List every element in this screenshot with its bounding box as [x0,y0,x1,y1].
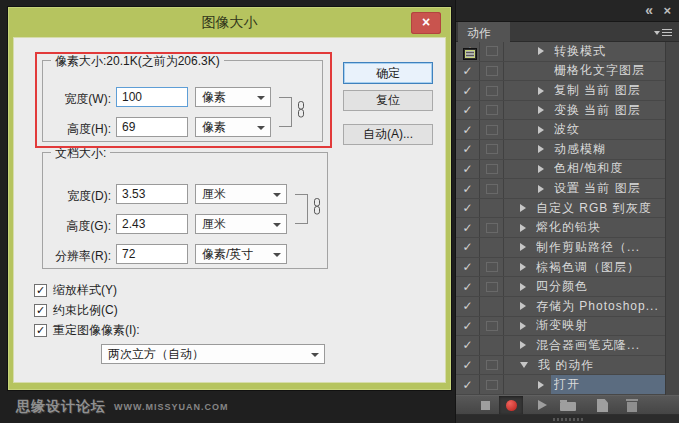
action-name-cell[interactable]: 波纹 [504,120,679,139]
new-set-folder-icon[interactable] [560,402,576,411]
stop-icon[interactable] [481,401,490,410]
doc-height-input[interactable] [116,214,188,234]
dialog-titlebar[interactable]: 图像大小 [8,7,451,37]
action-name-cell[interactable]: 栅格化文字图层 [504,62,679,81]
item-toggle-cell[interactable]: ✓ [456,179,480,198]
dialog-toggle-cell[interactable] [480,258,504,277]
item-toggle-cell[interactable]: ✓ [456,218,480,237]
item-toggle-cell[interactable]: ✓ [456,120,480,139]
dialog-toggle-cell[interactable] [480,160,504,179]
new-action-icon[interactable] [597,399,608,412]
dialog-toggle-cell[interactable] [480,101,504,120]
action-name-cell[interactable]: 色相/饱和度 [504,160,679,179]
item-toggle-cell[interactable]: ✓ [456,140,480,159]
pixel-height-unit-select[interactable]: 像素 [195,117,271,137]
pixel-width-unit-select[interactable]: 像素 [195,87,271,107]
action-row[interactable]: ✓ 混合器画笔克隆... [456,336,679,356]
dialog-toggle-cell[interactable] [480,356,504,375]
dialog-toggle-cell[interactable] [480,140,504,159]
action-name-cell[interactable]: 渐变映射 [504,317,679,336]
record-button-active[interactable] [499,396,523,414]
action-row[interactable]: ✓ 四分颜色 [456,277,679,297]
action-name-cell[interactable]: 自定义 RGB 到灰度 [504,199,679,218]
delete-trash-icon[interactable] [627,402,637,412]
tab-actions[interactable]: 动作 [458,22,510,42]
action-name-cell[interactable]: 我 的动作 [504,356,679,375]
item-toggle-cell[interactable]: ✓ [456,277,480,296]
action-row[interactable]: ✓ 熔化的铅块 [456,218,679,238]
item-toggle-cell[interactable]: ✓ [456,160,480,179]
checkbox-checked-icon[interactable]: ✓ [34,284,47,297]
dialog-toggle-cell[interactable] [480,218,504,237]
dialog-toggle-cell[interactable] [480,179,504,198]
dialog-toggle-cell[interactable] [480,199,504,218]
reset-button[interactable]: 复位 [343,90,433,111]
action-name-cell[interactable]: 棕褐色调（图层） [504,258,679,277]
item-toggle-cell[interactable]: ✓ [456,238,480,257]
dialog-toggle-cell[interactable] [480,238,504,257]
resolution-unit-select[interactable]: 像素/英寸 [195,244,287,264]
action-name-cell[interactable]: 动感模糊 [504,140,679,159]
action-name-cell[interactable]: 转换模式 [504,42,679,61]
action-row[interactable]: ✓ 转换模式 [456,42,679,62]
action-row[interactable]: ✓ 存储为 Photoshop... [456,297,679,317]
action-row[interactable]: ✓ 渐变映射 [456,317,679,337]
item-toggle-cell[interactable]: ✓ [456,62,480,81]
checkbox-checked-icon[interactable]: ✓ [34,324,47,337]
action-row[interactable]: ✓ 栅格化文字图层 [456,62,679,82]
play-icon[interactable] [538,400,547,410]
dialog-toggle-cell[interactable] [480,277,504,296]
action-name-cell[interactable]: 混合器画笔克隆... [504,336,679,355]
doc-height-unit-select[interactable]: 厘米 [195,214,287,234]
checkbox-checked-icon[interactable]: ✓ [34,304,47,317]
item-toggle-cell[interactable]: ✓ [456,81,480,100]
item-toggle-cell[interactable]: ✓ [456,336,480,355]
action-name-cell[interactable]: 变换 当前 图层 [504,101,679,120]
collapse-panel-icon[interactable]: « [645,2,653,18]
panel-scrollbar[interactable] [665,42,679,395]
dialog-toggle-cell[interactable] [480,62,504,81]
action-name-cell[interactable]: 打开 [504,375,679,394]
doc-width-unit-select[interactable]: 厘米 [195,184,287,204]
dialog-toggle-cell[interactable] [480,297,504,316]
action-row[interactable]: ✓ 设置 当前 图层 [456,179,679,199]
action-name-cell[interactable]: 设置 当前 图层 [504,179,679,198]
action-row[interactable]: ✓ 打开 [456,375,679,395]
auto-button[interactable]: 自动(A)... [343,124,433,145]
dialog-toggle-cell[interactable] [480,375,504,394]
item-toggle-cell[interactable]: ✓ [456,317,480,336]
item-toggle-cell[interactable]: ✓ [456,258,480,277]
dialog-toggle-cell[interactable] [480,120,504,139]
action-row[interactable]: ✓ 我 的动作 [456,356,679,376]
item-toggle-cell[interactable]: ✓ [456,356,480,375]
resample-method-select[interactable]: 两次立方（自动） [101,344,325,364]
dialog-toggle-cell[interactable] [480,336,504,355]
action-name-cell[interactable]: 复制 当前 图层 [504,81,679,100]
action-row[interactable]: ✓ 色相/饱和度 [456,160,679,180]
action-row[interactable]: ✓ 动感模糊 [456,140,679,160]
action-name-cell[interactable]: 制作剪贴路径（... [504,238,679,257]
doc-width-input[interactable] [116,184,188,204]
action-row[interactable]: ✓ 复制 当前 图层 [456,81,679,101]
action-row[interactable]: ✓ 制作剪贴路径（... [456,238,679,258]
action-name-cell[interactable]: 存储为 Photoshop... [504,297,679,316]
resolution-input[interactable] [116,244,188,264]
pixel-height-input[interactable] [116,117,188,137]
item-toggle-cell[interactable]: ✓ [456,101,480,120]
dialog-toggle-cell[interactable] [480,317,504,336]
item-toggle-cell[interactable]: ✓ [456,199,480,218]
panel-menu-icon[interactable] [654,29,672,36]
pixel-width-input[interactable] [116,87,188,107]
panel-close-icon[interactable]: × [663,3,671,18]
ok-button[interactable]: 确定 [343,62,433,84]
resize-grip[interactable] [553,418,585,421]
action-name-cell[interactable]: 四分颜色 [504,277,679,296]
item-toggle-cell[interactable]: ✓ [456,297,480,316]
dialog-toggle-cell[interactable] [480,42,504,61]
item-toggle-cell[interactable]: ✓ [456,375,480,394]
action-row[interactable]: ✓ 棕褐色调（图层） [456,258,679,278]
action-row[interactable]: ✓ 变换 当前 图层 [456,101,679,121]
dialog-toggle-cell[interactable] [480,81,504,100]
action-row[interactable]: ✓ 自定义 RGB 到灰度 [456,199,679,219]
action-row[interactable]: ✓ 波纹 [456,120,679,140]
